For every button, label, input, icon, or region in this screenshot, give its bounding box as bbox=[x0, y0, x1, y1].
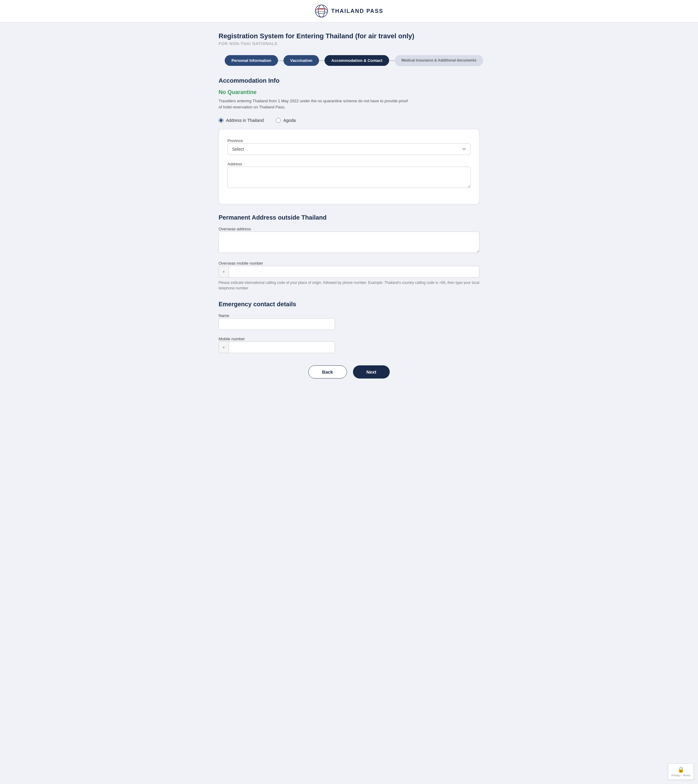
overseas-mobile-group: Overseas mobile number + Please indicate… bbox=[219, 260, 479, 291]
emergency-mobile-group: Mobile number + bbox=[219, 336, 335, 353]
recaptcha-icon: 🔒 bbox=[678, 766, 684, 773]
emergency-phone-input[interactable] bbox=[229, 341, 335, 353]
radio-agoda[interactable]: Agoda bbox=[276, 118, 295, 123]
step-vaccination-button[interactable]: Vaccination bbox=[283, 55, 319, 66]
step-personal: Personal Information bbox=[225, 55, 278, 66]
accommodation-section-title: Accommodation Info bbox=[219, 77, 479, 84]
step-accommodation-button[interactable]: Accommodation & Contact bbox=[324, 55, 389, 66]
emergency-name-group: Name bbox=[219, 313, 335, 330]
permanent-address-title: Permanent Address outside Thailand bbox=[219, 214, 479, 221]
permanent-address-section: Permanent Address outside Thailand Overs… bbox=[219, 214, 479, 291]
address-field-group: Address bbox=[227, 161, 471, 189]
overseas-phone-row: + bbox=[219, 266, 479, 277]
address-label: Address bbox=[227, 162, 242, 166]
emergency-phone-prefix: + bbox=[219, 341, 229, 353]
overseas-phone-input[interactable] bbox=[229, 266, 479, 277]
recaptcha-badge: 🔒 Privacy - Terms bbox=[668, 764, 694, 780]
emergency-name-input[interactable] bbox=[219, 318, 335, 330]
emergency-mobile-label: Mobile number bbox=[219, 336, 245, 341]
overseas-address-textarea[interactable] bbox=[219, 232, 479, 253]
emergency-phone-row: + bbox=[219, 341, 335, 353]
overseas-phone-hint: Please indicate international calling co… bbox=[219, 280, 479, 291]
logo-icon bbox=[315, 4, 328, 18]
overseas-address-group: Overseas address bbox=[219, 226, 479, 254]
page-title: Registration System for Entering Thailan… bbox=[219, 32, 479, 40]
step-connector-1 bbox=[278, 60, 283, 61]
radio-address-in-thailand[interactable]: Address in Thailand bbox=[219, 118, 263, 123]
accommodation-type-radio-group: Address in Thailand Agoda bbox=[219, 118, 479, 123]
step-personal-button[interactable]: Personal Information bbox=[225, 55, 278, 66]
stepper: Personal Information Vaccination Accommo… bbox=[219, 55, 479, 66]
svg-point-1 bbox=[318, 5, 324, 17]
footer-buttons: Back Next bbox=[219, 366, 479, 385]
app-header: THAILAND PASS bbox=[0, 0, 698, 22]
accommodation-section: Accommodation Info No Quarantine Travell… bbox=[219, 77, 479, 204]
overseas-address-label: Overseas address bbox=[219, 227, 251, 231]
province-field-group: Province Select bbox=[227, 138, 471, 155]
emergency-contact-section: Emergency contact details Name Mobile nu… bbox=[219, 301, 479, 353]
overseas-mobile-label: Overseas mobile number bbox=[219, 261, 263, 265]
step-medical-button[interactable]: Medical insurance & Additional documents bbox=[395, 55, 483, 66]
province-label: Province bbox=[227, 138, 243, 143]
page-container: Registration System for Entering Thailan… bbox=[211, 22, 487, 403]
emergency-name-label: Name bbox=[219, 313, 229, 318]
radio-address-label: Address in Thailand bbox=[226, 118, 263, 123]
step-medical: Medical insurance & Additional documents bbox=[395, 55, 483, 66]
page-subtitle: FOR NON-THAI NATIONALS bbox=[219, 41, 479, 46]
radio-agoda-input[interactable] bbox=[276, 118, 281, 123]
radio-address-input[interactable] bbox=[219, 118, 224, 123]
radio-agoda-label: Agoda bbox=[283, 118, 295, 123]
emergency-contact-title: Emergency contact details bbox=[219, 301, 479, 308]
no-quarantine-title: No Quarantine bbox=[219, 89, 479, 96]
step-accommodation: Accommodation & Contact bbox=[324, 55, 389, 66]
next-button[interactable]: Next bbox=[353, 366, 390, 379]
step-connector-2 bbox=[319, 60, 324, 61]
no-quarantine-desc: Travellers entering Thailand from 1 May … bbox=[219, 98, 408, 111]
step-vaccination: Vaccination bbox=[283, 55, 319, 66]
logo-text: THAILAND PASS bbox=[331, 8, 384, 15]
address-textarea[interactable] bbox=[227, 166, 471, 188]
logo-container: THAILAND PASS bbox=[315, 4, 384, 18]
overseas-phone-prefix: + bbox=[219, 266, 229, 277]
back-button[interactable]: Back bbox=[308, 366, 347, 379]
recaptcha-text: Privacy - Terms bbox=[672, 774, 690, 777]
province-select[interactable]: Select bbox=[227, 143, 471, 155]
step-connector-3 bbox=[389, 60, 395, 61]
accommodation-card: Province Select Address bbox=[219, 129, 479, 204]
